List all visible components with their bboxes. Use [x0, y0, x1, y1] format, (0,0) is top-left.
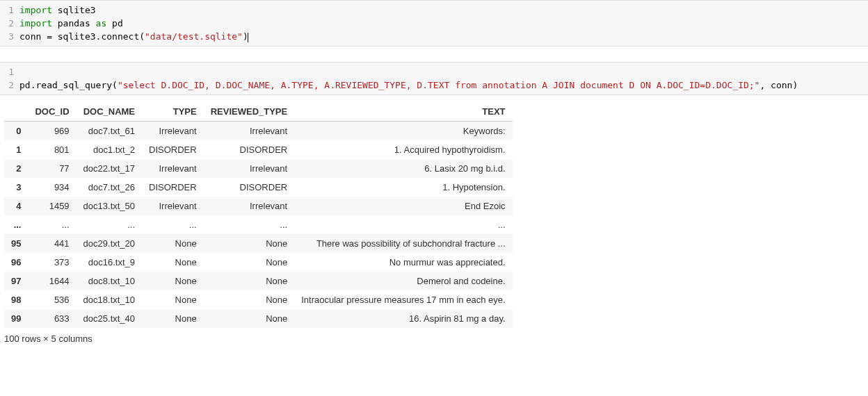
cell: 1644: [28, 272, 76, 290]
cell: None: [204, 234, 295, 253]
cell: None: [204, 290, 295, 309]
column-header: DOC_ID: [28, 102, 76, 122]
cell: None: [204, 253, 295, 272]
code-line[interactable]: 1: [0, 65, 868, 79]
row-index: 98: [4, 290, 28, 309]
cell: 633: [28, 309, 76, 328]
row-index: 99: [4, 309, 28, 328]
cell: Irrelevant: [142, 122, 204, 141]
cell: End Ezoic: [294, 197, 512, 215]
code-cell-2[interactable]: 12pd.read_sql_query("select D.DOC_ID, D.…: [0, 62, 868, 95]
cell: ...: [28, 215, 76, 234]
table-row: 3934doc7.txt_26DISORDERDISORDER1. Hypote…: [4, 178, 513, 197]
cell: ...: [77, 215, 142, 234]
line-number: 2: [0, 17, 19, 30]
cell: DISORDER: [142, 140, 204, 159]
code-line[interactable]: 2pd.read_sql_query("select D.DOC_ID, D.D…: [0, 79, 868, 92]
code-content[interactable]: import pandas as pd: [19, 17, 868, 30]
table-row: ..................: [4, 215, 513, 234]
line-number: 3: [0, 30, 19, 43]
code-content[interactable]: conn = sqlite3.connect("data/test.sqlite…: [19, 30, 868, 43]
row-index: 97: [4, 272, 28, 290]
cell: No murmur was appreciated.: [294, 253, 512, 272]
cell: 801: [28, 140, 76, 159]
row-index: 2: [4, 159, 28, 178]
cell: None: [142, 234, 204, 253]
row-index: 3: [4, 178, 28, 197]
cell: DISORDER: [204, 140, 295, 159]
code-cell-1[interactable]: 1import sqlite32import pandas as pd3conn…: [0, 0, 868, 47]
dataframe-table: DOC_IDDOC_NAMETYPEREVIEWED_TYPETEXT 0969…: [4, 102, 513, 328]
cell: doc1.txt_2: [77, 140, 142, 159]
cell: Demerol and codeine.: [294, 272, 512, 290]
cell: 969: [28, 122, 76, 141]
cell: 6. Lasix 20 mg b.i.d.: [294, 159, 512, 178]
cell: ...: [204, 215, 295, 234]
code-content[interactable]: pd.read_sql_query("select D.DOC_ID, D.DO…: [19, 79, 868, 92]
cell: ...: [294, 215, 512, 234]
table-row: 96373doc16.txt_9NoneNoneNo murmur was ap…: [4, 253, 513, 272]
cell: doc29.txt_20: [77, 234, 142, 253]
cell: DISORDER: [142, 178, 204, 197]
line-number: 2: [0, 79, 19, 92]
cell: Irrelevant: [142, 197, 204, 215]
cell: 934: [28, 178, 76, 197]
text-cursor: [248, 33, 248, 42]
row-index: 95: [4, 234, 28, 253]
cell: 373: [28, 253, 76, 272]
row-index: ...: [4, 215, 28, 234]
cell: 77: [28, 159, 76, 178]
cell: There was possibility of subchondral fra…: [294, 234, 512, 253]
cell: Irrelevant: [142, 159, 204, 178]
cell: 1459: [28, 197, 76, 215]
line-number: 1: [0, 3, 19, 17]
cell: 16. Aspirin 81 mg a day.: [294, 309, 512, 328]
cell: doc8.txt_10: [77, 272, 142, 290]
row-index: 0: [4, 122, 28, 141]
row-index: 1: [4, 140, 28, 159]
cell: doc7.txt_26: [77, 178, 142, 197]
code-line[interactable]: 2import pandas as pd: [0, 17, 868, 30]
table-row: 98536doc18.txt_10NoneNoneIntraocular pre…: [4, 290, 513, 309]
cell: Irrelevant: [204, 122, 295, 141]
table-row: 971644doc8.txt_10NoneNoneDemerol and cod…: [4, 272, 513, 290]
code-line[interactable]: 3conn = sqlite3.connect("data/test.sqlit…: [0, 30, 868, 43]
dataframe-shape: 100 rows × 5 columns: [4, 333, 864, 344]
cell: doc13.txt_50: [77, 197, 142, 215]
column-header: REVIEWED_TYPE: [204, 102, 295, 122]
code-line[interactable]: 1import sqlite3: [0, 3, 868, 17]
cell: 441: [28, 234, 76, 253]
table-row: 1801doc1.txt_2DISORDERDISORDER1. Acquire…: [4, 140, 513, 159]
cell: None: [204, 309, 295, 328]
line-number: 1: [0, 65, 19, 79]
row-index: 4: [4, 197, 28, 215]
cell: None: [142, 290, 204, 309]
column-header: TEXT: [294, 102, 512, 122]
cell: Irrelevant: [204, 197, 295, 215]
cell: 536: [28, 290, 76, 309]
cell: 1. Acquired hypothyroidism.: [294, 140, 512, 159]
cell: doc7.txt_61: [77, 122, 142, 141]
table-row: 99633doc25.txt_40NoneNone16. Aspirin 81 …: [4, 309, 513, 328]
table-row: 0969doc7.txt_61IrrelevantIrrelevantKeywo…: [4, 122, 513, 141]
cell: Irrelevant: [204, 159, 295, 178]
cell: doc25.txt_40: [77, 309, 142, 328]
cell: None: [204, 272, 295, 290]
column-header: DOC_NAME: [77, 102, 142, 122]
column-header: TYPE: [142, 102, 204, 122]
cell: None: [142, 309, 204, 328]
dataframe-output: DOC_IDDOC_NAMETYPEREVIEWED_TYPETEXT 0969…: [0, 102, 868, 351]
cell: doc18.txt_10: [77, 290, 142, 309]
cell: ...: [142, 215, 204, 234]
cell: 1. Hypotension.: [294, 178, 512, 197]
table-row: 41459doc13.txt_50IrrelevantIrrelevantEnd…: [4, 197, 513, 215]
cell: None: [142, 272, 204, 290]
cell: Intraocular pressure measures 17 mm in e…: [294, 290, 512, 309]
code-content[interactable]: import sqlite3: [19, 3, 868, 17]
index-header: [4, 102, 28, 122]
table-row: 277doc22.txt_17IrrelevantIrrelevant6. La…: [4, 159, 513, 178]
cell: None: [142, 253, 204, 272]
cell: doc16.txt_9: [77, 253, 142, 272]
cell: Keywords:: [294, 122, 512, 141]
row-index: 96: [4, 253, 28, 272]
